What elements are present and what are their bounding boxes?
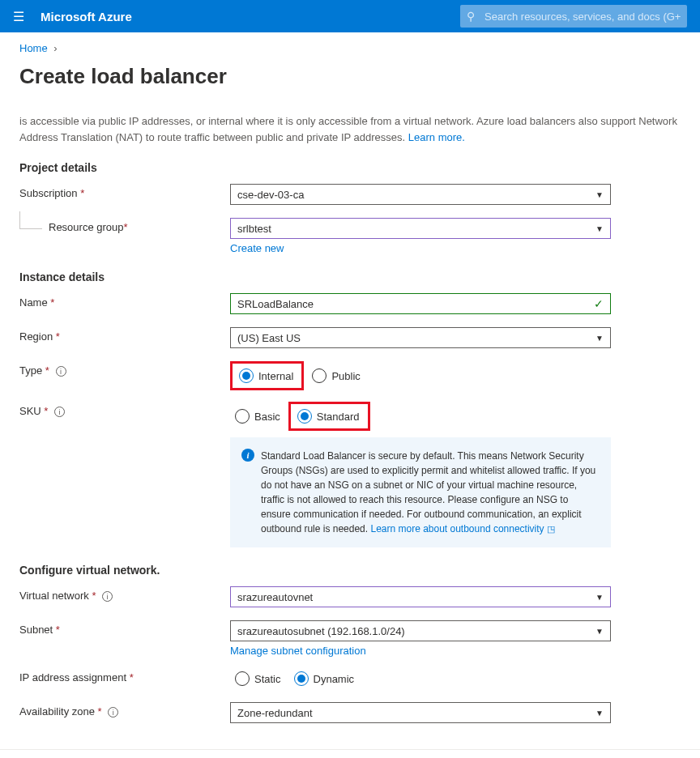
select-subscription-value: cse-dev-03-ca: [237, 189, 304, 201]
page-title: Create load balancer: [19, 64, 681, 89]
select-zone-value: Zone-redundant: [237, 707, 313, 719]
external-link-icon: ◳: [547, 524, 555, 534]
infobox-text: Standard Load Balancer is secure by defa…: [261, 450, 595, 534]
radio-label: Standard: [317, 411, 360, 423]
label-region: Region *: [19, 327, 230, 343]
outbound-link[interactable]: Learn more about outbound connectivity ◳: [370, 523, 555, 534]
highlight-box-internal: Internal: [230, 361, 304, 390]
field-name: Name * SRLoadBalance ✓: [19, 293, 681, 316]
highlight-box-standard: Standard: [288, 402, 370, 431]
breadcrumb-home[interactable]: Home: [19, 42, 48, 54]
section-project-details: Project details: [19, 161, 681, 174]
select-resource-group-value: srlbtest: [237, 223, 271, 235]
field-vnet: Virtual network * i srazureautovnet ▼: [19, 586, 681, 609]
radio-label: Static: [254, 673, 281, 685]
chevron-down-icon: ▼: [595, 224, 604, 233]
label-resource-group: Resource group *: [19, 218, 230, 233]
radio-selected-icon: [239, 368, 254, 383]
label-subnet: Subnet *: [19, 620, 230, 636]
radio-sku-basic[interactable]: Basic: [230, 406, 285, 427]
radio-type-internal[interactable]: Internal: [234, 365, 298, 386]
radio-label: Basic: [254, 411, 280, 423]
radio-unselected-icon: [235, 671, 250, 686]
select-subnet-value: srazureautosubnet (192.168.1.0/24): [237, 625, 405, 637]
select-region-value: (US) East US: [237, 332, 301, 344]
select-vnet[interactable]: srazureautovnet ▼: [230, 586, 611, 607]
section-configure-vnet: Configure virtual network.: [19, 564, 681, 577]
intro-text: is accessible via public IP addresses, o…: [19, 113, 681, 145]
chevron-down-icon: ▼: [595, 593, 604, 602]
field-ip-assignment: IP address assignment * Static Dynamic: [19, 668, 681, 691]
chevron-down-icon: ▼: [595, 190, 604, 199]
label-type: Type * i: [19, 361, 230, 377]
info-icon[interactable]: i: [102, 591, 113, 602]
search-wrap: ⚲: [460, 5, 687, 28]
hamburger-icon[interactable]: ☰: [13, 9, 41, 24]
field-zone: Availability zone * i Zone-redundant ▼: [19, 702, 681, 725]
select-zone[interactable]: Zone-redundant ▼: [230, 702, 611, 723]
breadcrumb: Home ›: [19, 42, 681, 54]
radio-unselected-icon: [235, 409, 250, 424]
label-name: Name *: [19, 293, 230, 309]
radio-ip-static[interactable]: Static: [230, 668, 286, 689]
radio-selected-icon: [297, 409, 312, 424]
label-vnet: Virtual network * i: [19, 586, 230, 602]
chevron-right-icon: ›: [50, 42, 60, 54]
radio-unselected-icon: [312, 368, 327, 383]
label-ip-assignment: IP address assignment *: [19, 668, 230, 683]
chevron-down-icon: ▼: [595, 709, 604, 718]
radio-type-public[interactable]: Public: [307, 365, 365, 386]
search-icon: ⚲: [467, 10, 475, 23]
radio-selected-icon: [294, 671, 309, 686]
info-icon[interactable]: i: [54, 407, 65, 417]
select-resource-group[interactable]: srlbtest ▼: [230, 218, 611, 239]
radio-ip-dynamic[interactable]: Dynamic: [289, 668, 360, 689]
learn-more-link[interactable]: Learn more.: [408, 131, 465, 143]
radio-label: Internal: [258, 370, 293, 382]
chevron-down-icon: ▼: [595, 627, 604, 636]
info-icon[interactable]: i: [108, 707, 118, 718]
select-vnet-value: srazureautovnet: [237, 591, 313, 603]
radio-label: Dynamic: [314, 673, 355, 685]
brand-label: Microsoft Azure: [41, 10, 132, 23]
content-area: Home › Create load balancer is accessibl…: [0, 32, 700, 725]
footer-bar: Review + create < Previous Next : Tags >…: [0, 749, 700, 758]
select-subscription[interactable]: cse-dev-03-ca ▼: [230, 184, 611, 205]
field-sku: SKU * i Basic Standard i Standard Load B…: [19, 402, 681, 547]
input-name-value: SRLoadBalance: [237, 298, 314, 310]
label-zone: Availability zone * i: [19, 702, 230, 718]
field-subnet: Subnet * srazureautosubnet (192.168.1.0/…: [19, 620, 681, 657]
section-instance-details: Instance details: [19, 270, 681, 283]
search-input[interactable]: [460, 5, 687, 28]
label-sku: SKU * i: [19, 402, 230, 417]
info-message-box: i Standard Load Balancer is secure by de…: [230, 437, 611, 547]
field-region: Region * (US) East US ▼: [19, 327, 681, 350]
top-bar: ☰ Microsoft Azure ⚲: [0, 0, 700, 32]
field-type: Type * i Internal Public: [19, 361, 681, 390]
info-icon[interactable]: i: [56, 366, 66, 377]
select-subnet[interactable]: srazureautosubnet (192.168.1.0/24) ▼: [230, 620, 611, 641]
label-subscription: Subscription *: [19, 184, 230, 199]
radio-label: Public: [331, 370, 360, 382]
intro-span: is accessible via public IP addresses, o…: [19, 115, 677, 143]
manage-subnet-link[interactable]: Manage subnet configuration: [230, 645, 611, 657]
field-resource-group: Resource group * srlbtest ▼ Create new: [19, 218, 681, 254]
select-region[interactable]: (US) East US ▼: [230, 327, 611, 348]
field-subscription: Subscription * cse-dev-03-ca ▼: [19, 184, 681, 207]
info-icon: i: [241, 449, 254, 462]
create-new-link[interactable]: Create new: [230, 242, 611, 254]
checkmark-icon: ✓: [594, 297, 604, 310]
input-name[interactable]: SRLoadBalance ✓: [230, 293, 611, 314]
radio-sku-standard[interactable]: Standard: [292, 406, 365, 427]
chevron-down-icon: ▼: [595, 334, 604, 343]
